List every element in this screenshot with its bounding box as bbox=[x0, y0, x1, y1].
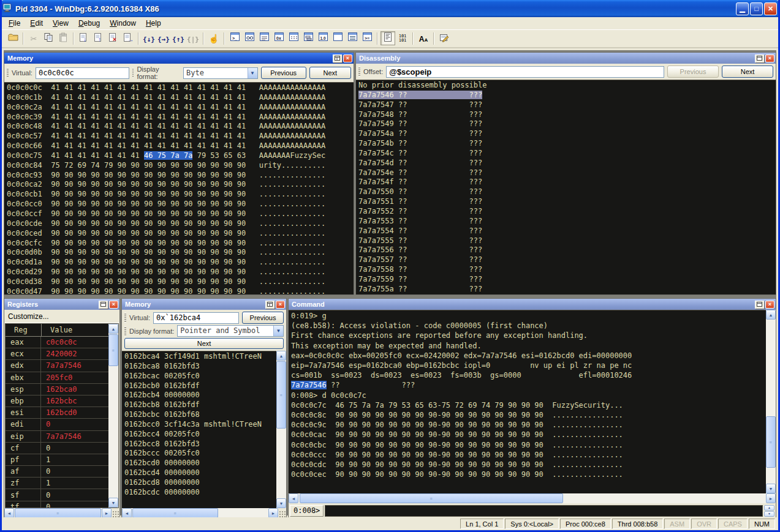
cut-button[interactable]: ✂ bbox=[26, 31, 41, 45]
memory-row[interactable]: 0162bca4 3cf149d1 mshtml!CTreeN bbox=[124, 352, 276, 362]
command-output[interactable]: 0:019> g(ce8.b58): Access violation - co… bbox=[289, 310, 766, 493]
previous-button[interactable]: Previous bbox=[667, 66, 719, 78]
scroll-thumb[interactable]: ≡ bbox=[108, 334, 118, 366]
memory-row[interactable]: 0c0c0c66 41 41 41 41 41 41 41 41 41 41 4… bbox=[7, 141, 354, 151]
run-to-cursor-button[interactable]: {|} bbox=[186, 31, 200, 45]
open-memory-window-button[interactable] bbox=[286, 31, 301, 45]
memory2-hscrollbar[interactable]: ◄ ≡ ► bbox=[122, 508, 278, 518]
open-source-file-button[interactable] bbox=[6, 31, 20, 45]
registers-pane-titlebar[interactable]: Registers × bbox=[4, 299, 119, 310]
toolbar-grip[interactable] bbox=[124, 313, 126, 323]
registers-hscrollbar[interactable]: ◄ ≡ ► bbox=[4, 508, 112, 518]
memory-row[interactable]: 0c0c0c1b 41 41 41 41 41 41 41 41 41 41 4… bbox=[7, 93, 354, 103]
scroll-left-icon[interactable]: ◄ bbox=[289, 493, 298, 503]
register-row[interactable]: esi162bcd0 bbox=[6, 407, 108, 419]
disassembly-row[interactable]: 7a7a7556 ?? ??? bbox=[358, 245, 776, 255]
disassembly-row[interactable]: 7a7a754e ?? ??? bbox=[358, 168, 776, 178]
font-button[interactable]: AA bbox=[416, 31, 431, 45]
command-input[interactable] bbox=[325, 505, 763, 517]
disassembly-row[interactable]: 7a7a7546 ?? ??? bbox=[358, 91, 776, 100]
scroll-right-icon[interactable]: ► bbox=[102, 508, 112, 518]
open-call-stack-window-button[interactable] bbox=[301, 31, 316, 45]
offset-input[interactable]: @$scopeip bbox=[386, 66, 664, 78]
scroll-down-icon[interactable]: ▼ bbox=[108, 498, 118, 508]
register-row[interactable]: edi0 bbox=[6, 419, 108, 430]
disassembly-listing[interactable]: No prior disassembly possible7a7a7546 ??… bbox=[356, 80, 776, 294]
open-processes-window-button[interactable] bbox=[345, 31, 360, 45]
menu-view[interactable]: View bbox=[48, 18, 74, 29]
memory-row[interactable]: 0c0c0cb1 90 90 90 90 90 90 90 90 90 90 9… bbox=[7, 190, 354, 200]
memory2-pane-titlebar[interactable]: Memory × bbox=[122, 299, 286, 310]
scroll-up-icon[interactable]: ▲ bbox=[766, 310, 776, 320]
memory-row[interactable]: 0162bcb4 00000000 bbox=[124, 391, 276, 400]
menu-debug[interactable]: Debug bbox=[74, 18, 105, 29]
register-row[interactable]: eip7a7a7546 bbox=[6, 431, 108, 443]
register-row[interactable]: af0 bbox=[6, 466, 108, 478]
break-button[interactable]: ☝ bbox=[206, 31, 221, 45]
menu-file[interactable]: File bbox=[4, 18, 25, 29]
disassembly-row[interactable]: 7a7a7549 ?? ??? bbox=[358, 119, 776, 129]
memory-row[interactable]: 0162bcd0 00000000 bbox=[124, 459, 276, 468]
memory2-vscrollbar[interactable]: ▲ ≡ ▼ bbox=[276, 351, 286, 508]
close-icon[interactable]: × bbox=[765, 54, 774, 62]
source-mode-on-button[interactable] bbox=[381, 31, 395, 45]
disassembly-row[interactable]: 7a7a7553 ?? ??? bbox=[358, 217, 776, 227]
disassembly-row[interactable]: 7a7a754d ?? ??? bbox=[358, 159, 776, 168]
memory-row[interactable]: 0c0c0d29 90 90 90 90 90 90 90 90 90 90 9… bbox=[7, 268, 354, 277]
previous-button[interactable]: Previous bbox=[261, 67, 306, 79]
memory-row[interactable]: 0162bcbc 0162bf68 bbox=[124, 410, 276, 420]
memory-row[interactable]: 0c0c0cc0 90 90 90 90 90 90 90 90 90 90 9… bbox=[7, 200, 354, 209]
open-command-window-button[interactable]: >_ bbox=[227, 31, 242, 45]
selected-bytes[interactable]: 46 75 7a 7a bbox=[144, 151, 192, 160]
options-button[interactable] bbox=[437, 31, 452, 45]
register-row[interactable]: sf0 bbox=[6, 489, 108, 501]
disassembly-row[interactable]: 7a7a7554 ?? ??? bbox=[358, 227, 776, 236]
disassembly-row[interactable]: 7a7a7550 ?? ??? bbox=[358, 187, 776, 197]
step-out-button[interactable]: {↑} bbox=[171, 31, 186, 45]
menu-edit[interactable]: Edit bbox=[25, 18, 48, 29]
scroll-thumb[interactable]: ≡ bbox=[766, 416, 776, 468]
display-format-select[interactable]: Pointer and Symbol ▼ bbox=[177, 325, 284, 337]
memory-row[interactable]: 0c0c0d1a 90 90 90 90 90 90 90 90 90 90 9… bbox=[7, 258, 354, 268]
detach-button[interactable]: → bbox=[121, 31, 135, 45]
memory-pane-titlebar[interactable]: Memory × bbox=[4, 53, 354, 64]
minimize-button[interactable]: ▁ bbox=[736, 2, 749, 15]
disassembly-row[interactable]: 7a7a754c ?? ??? bbox=[358, 149, 776, 159]
toolbar-grip[interactable] bbox=[132, 68, 134, 78]
open-disassembly-window-button[interactable]: 1.0 bbox=[316, 31, 330, 45]
memory-row[interactable]: 0c0c0d47 90 90 90 90 90 90 90 90 90 90 9… bbox=[7, 287, 354, 294]
disassembly-row[interactable]: 7a7a7558 ?? ??? bbox=[358, 265, 776, 275]
disassembly-row[interactable]: 7a7a7551 ?? ??? bbox=[358, 197, 776, 207]
disassembly-row[interactable]: 7a7a755a ?? ??? bbox=[358, 285, 776, 294]
memory-row[interactable]: 0c0c0c84 75 72 69 74 79 90 90 90 90 90 9… bbox=[7, 161, 354, 171]
memory-row[interactable]: 0162bcc8 0162bfd3 bbox=[124, 440, 276, 449]
dock-icon[interactable] bbox=[99, 301, 108, 309]
toolbar-grip[interactable] bbox=[124, 326, 126, 336]
chevron-down-icon[interactable]: ▼ bbox=[248, 68, 257, 78]
register-row[interactable]: zf1 bbox=[6, 478, 108, 489]
memory-row[interactable]: 0162bcac 00205fc0 bbox=[124, 372, 276, 381]
toolbar-grip[interactable] bbox=[7, 68, 9, 78]
spin-down-icon[interactable]: ▼ bbox=[764, 511, 774, 517]
memory-row[interactable]: 0c0c0d38 90 90 90 90 90 90 90 90 90 90 9… bbox=[7, 277, 354, 287]
command-pane-titlebar[interactable]: Command × bbox=[289, 299, 776, 310]
toolbar-grip[interactable] bbox=[358, 67, 360, 77]
open-locals-window-button[interactable] bbox=[257, 31, 271, 45]
memory-row[interactable]: 0c0c0c39 41 41 41 41 41 41 41 41 41 41 4… bbox=[7, 113, 354, 122]
scroll-down-icon[interactable]: ▼ bbox=[766, 484, 776, 493]
close-button[interactable]: ✕ bbox=[764, 2, 777, 15]
memory-row[interactable]: 0162bcc0 3cf14c3a mshtml!CTreeN bbox=[124, 420, 276, 430]
memory-row[interactable]: 0162bcdc 00000000 bbox=[124, 488, 276, 498]
paste-button[interactable] bbox=[56, 31, 70, 45]
memory-hex-dump[interactable]: 0c0c0c0c 41 41 41 41 41 41 41 41 41 41 4… bbox=[4, 82, 354, 294]
customize-link[interactable]: Customize... bbox=[4, 310, 119, 323]
display-format-select[interactable]: Byte ▼ bbox=[183, 67, 257, 79]
go-button[interactable]: ↓ bbox=[77, 31, 91, 45]
open-watch-window-button[interactable] bbox=[242, 31, 257, 45]
memory-row[interactable]: 0c0c0ccf 90 90 90 90 90 90 90 90 90 90 9… bbox=[7, 209, 354, 219]
register-row[interactable]: pf1 bbox=[6, 454, 108, 466]
highlighted-address[interactable]: 7a7a7546 bbox=[291, 381, 327, 389]
scroll-thumb[interactable]: ≡ bbox=[15, 508, 101, 518]
register-row[interactable]: cf0 bbox=[6, 443, 108, 454]
scroll-up-icon[interactable]: ▲ bbox=[276, 351, 286, 361]
